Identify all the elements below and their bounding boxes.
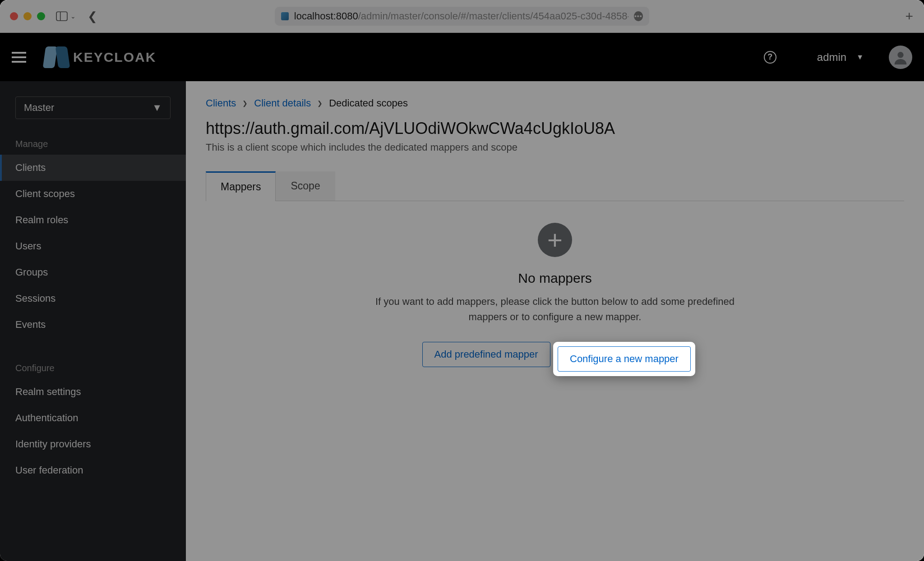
breadcrumb-clients[interactable]: Clients (206, 97, 236, 109)
logo-icon (44, 46, 69, 68)
breadcrumb: Clients ❯ Client details ❯ Dedicated sco… (206, 97, 904, 109)
realm-selector[interactable]: Master ▼ (15, 97, 171, 119)
sidebar-item-clients[interactable]: Clients (0, 155, 186, 181)
sidebar-item-users[interactable]: Users (0, 233, 186, 259)
browser-addressbar[interactable]: localhost:8080/admin/master/console/#/ma… (275, 7, 649, 26)
new-tab-button[interactable]: + (905, 9, 913, 24)
sidebar-item-authentication[interactable]: Authentication (0, 405, 186, 431)
help-icon[interactable]: ? (764, 51, 776, 64)
close-window-button[interactable] (10, 12, 18, 20)
sidebar-item-sessions[interactable]: Sessions (0, 285, 186, 312)
sidebar-item-realm-roles[interactable]: Realm roles (0, 207, 186, 233)
browser-sidebar-toggle[interactable]: ⌄ (56, 11, 76, 21)
sidebar-section-configure: Configure (0, 357, 186, 379)
page-description: This is a client scope which includes th… (206, 142, 904, 153)
add-predefined-mapper-button[interactable]: Add predefined mapper (422, 342, 550, 367)
reader-icon[interactable]: ••• (634, 11, 643, 21)
sidebar-item-user-federation[interactable]: User federation (0, 457, 186, 483)
menu-toggle-button[interactable] (12, 52, 26, 63)
empty-title: No mappers (518, 271, 591, 286)
chevron-down-icon: ⌄ (70, 13, 76, 20)
highlight-spotlight: Configure a new mapper (553, 342, 695, 376)
realm-name: Master (24, 102, 54, 114)
breadcrumb-client-details[interactable]: Client details (254, 97, 311, 109)
sidebar-item-client-scopes[interactable]: Client scopes (0, 181, 186, 207)
sidebar-item-events[interactable]: Events (0, 312, 186, 338)
url-text: localhost:8080/admin/master/console/#/ma… (294, 10, 628, 22)
sidebar-item-realm-settings[interactable]: Realm settings (0, 379, 186, 405)
brand-logo[interactable]: KEYCLOAK (44, 46, 156, 68)
main-content: Clients ❯ Client details ❯ Dedicated sco… (186, 81, 924, 561)
app-header: KEYCLOAK ? admin ▼ (0, 33, 924, 81)
svg-rect-0 (56, 12, 67, 21)
empty-description: If you want to add mappers, please click… (361, 294, 749, 325)
tabs: Mappers Scope (206, 171, 904, 201)
configure-new-mapper-button[interactable]: Configure a new mapper (558, 346, 691, 372)
maximize-window-button[interactable] (37, 12, 45, 20)
browser-titlebar: ⌄ ❮ localhost:8080/admin/master/console/… (0, 0, 924, 33)
caret-down-icon: ▼ (856, 53, 864, 61)
browser-back-button[interactable]: ❮ (88, 9, 97, 23)
chevron-right-icon: ❯ (242, 100, 248, 107)
tab-mappers[interactable]: Mappers (206, 171, 276, 201)
chevron-right-icon: ❯ (317, 100, 323, 107)
plus-circle-icon: + (538, 223, 572, 257)
site-favicon (281, 12, 289, 20)
avatar[interactable] (889, 46, 912, 69)
minimize-window-button[interactable] (23, 12, 32, 20)
username-label: admin (817, 51, 846, 64)
sidebar: Master ▼ Manage Clients Client scopes Re… (0, 81, 186, 561)
tab-scope[interactable]: Scope (276, 171, 335, 201)
page-title: https://auth.gmail.com/AjVLUOdiWOkwCWa4c… (206, 119, 904, 138)
sidebar-section-manage: Manage (0, 133, 186, 155)
caret-down-icon: ▼ (152, 102, 162, 114)
window-controls (10, 12, 45, 20)
user-menu[interactable]: admin ▼ (817, 51, 864, 64)
sidebar-item-identity-providers[interactable]: Identity providers (0, 431, 186, 457)
brand-name: KEYCLOAK (73, 50, 156, 65)
svg-point-2 (897, 52, 903, 58)
breadcrumb-current: Dedicated scopes (329, 97, 408, 109)
sidebar-item-groups[interactable]: Groups (0, 259, 186, 285)
